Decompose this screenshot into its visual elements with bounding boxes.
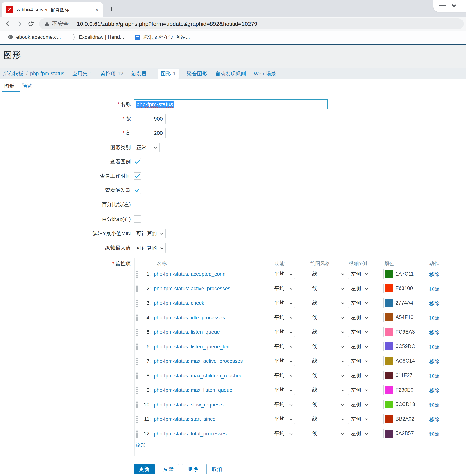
cancel-button[interactable]: 取消 [207, 464, 227, 475]
percent-right-checkbox[interactable] [134, 215, 141, 223]
remove-link[interactable]: 移除 [429, 416, 440, 424]
yaxis-side-select[interactable]: 左侧 [348, 313, 370, 322]
color-input[interactable]: 6C59DC [384, 342, 423, 351]
nav-applications[interactable]: 应用集1 [72, 70, 93, 77]
forward-icon[interactable] [16, 21, 23, 27]
add-item-link[interactable]: 添加 [136, 441, 146, 449]
name-input[interactable]: php-fpm-status [134, 99, 328, 110]
drag-handle-icon[interactable] [136, 271, 138, 278]
remove-link[interactable]: 移除 [429, 300, 440, 307]
width-input[interactable]: 900 [134, 114, 165, 124]
yaxis-side-select[interactable]: 左侧 [348, 356, 370, 366]
function-select[interactable]: 平均 [272, 327, 295, 337]
height-input[interactable]: 200 [134, 128, 165, 138]
yaxis-side-select[interactable]: 左侧 [348, 400, 370, 409]
bookmark-excalidraw[interactable]: Excalidraw | Hand... [72, 34, 124, 40]
function-select[interactable]: 平均 [272, 371, 295, 380]
item-name-link[interactable]: php-fpm-status: max_active_processes [154, 356, 243, 366]
drag-handle-icon[interactable] [136, 401, 138, 408]
item-name-link[interactable]: php-fpm-status: idle_processes [154, 313, 225, 323]
nav-discovery-rules[interactable]: 自动发现规则 [215, 70, 246, 77]
function-select[interactable]: 平均 [272, 342, 295, 351]
item-name-link[interactable]: php-fpm-status: max_children_reached [154, 371, 243, 381]
item-name-link[interactable]: php-fpm-status: check [154, 298, 204, 308]
color-input[interactable]: 1A7C11 [384, 269, 423, 279]
color-input[interactable]: FC6EA3 [384, 327, 423, 337]
yaxis-side-select[interactable]: 左侧 [348, 327, 370, 337]
remove-link[interactable]: 移除 [429, 402, 440, 409]
color-input[interactable]: AC8C14 [384, 356, 423, 366]
draw-style-select[interactable]: 线 [310, 356, 347, 366]
item-name-link[interactable]: php-fpm-status: listen_queue_len [154, 342, 229, 352]
color-input[interactable]: F230E0 [384, 385, 423, 395]
drag-handle-icon[interactable] [136, 300, 138, 307]
draw-style-select[interactable]: 线 [310, 342, 347, 351]
remove-link[interactable]: 移除 [429, 271, 440, 278]
clone-button[interactable]: 克隆 [158, 464, 179, 475]
draw-style-select[interactable]: 线 [310, 298, 347, 308]
tab-preview[interactable]: 预览 [22, 83, 32, 89]
item-name-link[interactable]: php-fpm-status: total_processes [154, 428, 227, 439]
draw-style-select[interactable]: 线 [310, 428, 347, 439]
yaxis-side-select[interactable]: 左侧 [348, 298, 370, 308]
reload-icon[interactable] [27, 21, 34, 27]
function-select[interactable]: 平均 [272, 269, 295, 279]
yaxis-side-select[interactable]: 左侧 [348, 414, 370, 424]
function-select[interactable]: 平均 [272, 298, 295, 308]
draw-style-select[interactable]: 线 [310, 400, 347, 409]
nav-screens[interactable]: 聚合图形 [187, 70, 207, 77]
show-working-time-checkbox[interactable] [134, 172, 141, 180]
update-button[interactable]: 更新 [134, 464, 155, 475]
draw-style-select[interactable]: 线 [310, 313, 347, 322]
draw-style-select[interactable]: 线 [310, 371, 347, 380]
show-triggers-checkbox[interactable] [134, 187, 141, 194]
drag-handle-icon[interactable] [136, 387, 138, 394]
drag-handle-icon[interactable] [136, 372, 138, 379]
breadcrumb-template-name[interactable]: php-fpm-status [30, 71, 64, 77]
function-select[interactable]: 平均 [272, 428, 295, 439]
draw-style-select[interactable]: 线 [310, 385, 347, 395]
function-select[interactable]: 平均 [272, 283, 295, 293]
browser-tab[interactable]: Z zabbix4-server: 配置图标 × [1, 2, 103, 17]
new-tab-button[interactable]: + [109, 4, 114, 14]
function-select[interactable]: 平均 [272, 385, 295, 395]
remove-link[interactable]: 移除 [429, 344, 440, 351]
delete-button[interactable]: 删除 [182, 464, 203, 475]
ymin-select[interactable]: 可计算的 [134, 229, 165, 238]
yaxis-side-select[interactable]: 左侧 [348, 283, 370, 293]
graph-type-select[interactable]: 正常 [134, 143, 160, 152]
minimize-icon[interactable] [439, 5, 446, 6]
drag-handle-icon[interactable] [136, 343, 138, 351]
item-name-link[interactable]: php-fpm-status: listen_queue [154, 327, 220, 337]
nav-triggers[interactable]: 触发器1 [131, 70, 151, 77]
draw-style-select[interactable]: 线 [310, 414, 347, 424]
remove-link[interactable]: 移除 [429, 373, 440, 380]
remove-link[interactable]: 移除 [429, 329, 440, 336]
drag-handle-icon[interactable] [136, 285, 138, 293]
drag-handle-icon[interactable] [136, 430, 138, 438]
color-input[interactable]: BB2A02 [384, 414, 423, 424]
tab-graph[interactable]: 图形 [4, 83, 14, 89]
nav-web-scenarios[interactable]: Web 场景 [254, 70, 276, 77]
ymax-select[interactable]: 可计算的 [134, 243, 165, 253]
back-icon[interactable] [5, 21, 11, 27]
function-select[interactable]: 平均 [272, 414, 295, 424]
remove-link[interactable]: 移除 [429, 286, 440, 293]
color-input[interactable]: A54F10 [384, 313, 423, 322]
chevron-down-icon[interactable] [452, 3, 456, 7]
yaxis-side-select[interactable]: 左侧 [348, 342, 370, 351]
drag-handle-icon[interactable] [136, 416, 138, 423]
show-legend-checkbox[interactable] [134, 158, 141, 165]
color-input[interactable]: F63100 [384, 283, 423, 293]
drag-handle-icon[interactable] [136, 314, 138, 321]
nav-graphs-active[interactable]: 图形1 [158, 69, 179, 78]
remove-link[interactable]: 移除 [429, 387, 440, 394]
yaxis-side-select[interactable]: 左侧 [348, 385, 370, 395]
draw-style-select[interactable]: 线 [310, 283, 347, 293]
color-input[interactable]: 5CCD18 [384, 400, 423, 409]
item-name-link[interactable]: php-fpm-status: slow_requests [154, 400, 223, 410]
yaxis-side-select[interactable]: 左侧 [348, 371, 370, 380]
draw-style-select[interactable]: 线 [310, 269, 347, 279]
drag-handle-icon[interactable] [136, 329, 138, 336]
color-input[interactable]: 2774A4 [384, 298, 423, 308]
